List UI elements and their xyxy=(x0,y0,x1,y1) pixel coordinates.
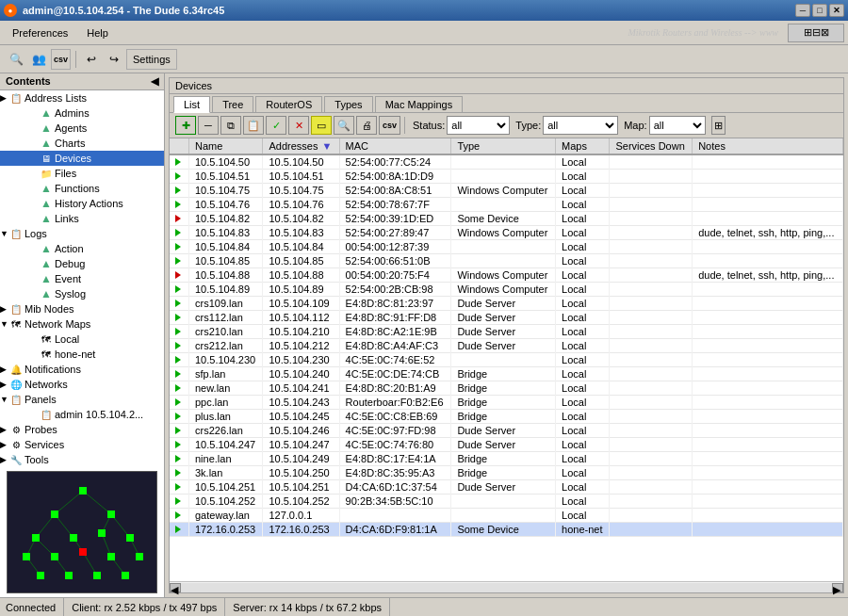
remove-button[interactable]: ─ xyxy=(198,116,219,135)
sidebar-item-admins[interactable]: ▲ Admins xyxy=(0,105,164,121)
sidebar-item-tools[interactable]: ▶ 🔧 Tools xyxy=(0,452,164,467)
devices-table-container[interactable]: Name Addresses▼ MAC Type Maps Services D… xyxy=(170,138,843,581)
add-button[interactable]: ✚ xyxy=(175,116,196,135)
sidebar-item-logs-debug[interactable]: ▲ Debug xyxy=(0,256,164,271)
sidebar-item-devices[interactable]: 🖥 Devices xyxy=(0,151,164,166)
map-thumbnail[interactable] xyxy=(7,471,157,593)
window-controls[interactable]: ─ □ ✕ xyxy=(795,4,844,17)
people-icon[interactable]: 👥 xyxy=(28,49,49,70)
table-row[interactable]: crs210.lan 10.5.104.210 E4:8D:8C:A2:1E:9… xyxy=(170,325,843,339)
table-row[interactable]: 10.5.104.50 10.5.104.50 52:54:00:77:C5:2… xyxy=(170,154,843,170)
sidebar-item-files[interactable]: 📁 Files xyxy=(0,166,164,181)
table-row[interactable]: 10.5.104.252 10.5.104.252 90:2B:34:5B:5C… xyxy=(170,494,843,509)
sidebar-item-logs[interactable]: ▼ 📋 Logs xyxy=(0,226,164,241)
sidebar-item-network-maps[interactable]: ▼ 🗺 Network Maps xyxy=(0,316,164,332)
search-button[interactable]: 🔍 xyxy=(334,116,354,135)
menu-preferences[interactable]: Preferences xyxy=(4,24,76,41)
sidebar-item-probes[interactable]: ▶ ⚙ Probes xyxy=(0,422,164,437)
sidebar-item-hone-net[interactable]: 🗺 hone-net xyxy=(0,347,164,362)
csv-export-button[interactable]: csv xyxy=(379,116,400,135)
col-services-down[interactable]: Services Down xyxy=(610,138,693,154)
table-row[interactable]: 10.5.104.251 10.5.104.251 D4:CA:6D:1C:37… xyxy=(170,480,843,494)
tab-list[interactable]: List xyxy=(173,96,210,113)
sidebar-item-links[interactable]: ▲ Links xyxy=(0,211,164,226)
scroll-left-button[interactable]: ◀ xyxy=(170,583,181,592)
table-row[interactable]: 3k.lan 10.5.104.250 E4:8D:8C:35:95:A3 Br… xyxy=(170,466,843,480)
sidebar-item-admin-panel[interactable]: 📋 admin 10.5.104.2... xyxy=(0,407,164,422)
table-row[interactable]: sfp.lan 10.5.104.240 4C:5E:0C:DE:74:CB B… xyxy=(170,367,843,381)
tab-tree[interactable]: Tree xyxy=(212,96,253,112)
sidebar-item-mib-nodes[interactable]: ▶ 📋 Mib Nodes xyxy=(0,301,164,316)
close-button[interactable]: ✕ xyxy=(829,4,844,17)
table-row[interactable]: 10.5.104.88 10.5.104.88 00:54:00:20:75:F… xyxy=(170,268,843,283)
sidebar-item-address-lists[interactable]: ▶ 📋 Address Lists xyxy=(0,90,164,105)
table-row[interactable]: 10.5.104.83 10.5.104.83 52:54:00:27:89:4… xyxy=(170,226,843,240)
print-button[interactable]: 🖨 xyxy=(356,116,377,135)
table-row[interactable]: 172.16.0.253 172.16.0.253 D4:CA:6D:F9:81… xyxy=(170,523,843,537)
table-row[interactable]: new.lan 10.5.104.241 E4:8D:8C:20:B1:A9 B… xyxy=(170,381,843,396)
col-addresses[interactable]: Addresses▼ xyxy=(263,138,339,154)
table-row[interactable]: ppc.lan 10.5.104.243 Routerboar:F0:B2:E6… xyxy=(170,396,843,410)
table-row[interactable]: 10.5.104.76 10.5.104.76 52:54:00:78:67:7… xyxy=(170,198,843,212)
back-icon[interactable]: 🔍 xyxy=(6,49,26,70)
cell-services-down xyxy=(610,297,693,311)
redo-icon[interactable]: ↪ xyxy=(104,49,124,70)
delete-button[interactable]: ✕ xyxy=(288,116,309,135)
table-row[interactable]: crs212.lan 10.5.104.212 E4:8D:8C:A4:AF:C… xyxy=(170,339,843,353)
table-row[interactable]: 10.5.104.85 10.5.104.85 52:54:00:66:51:0… xyxy=(170,254,843,268)
tab-mac-mappings[interactable]: Mac Mappings xyxy=(375,96,464,112)
status-select[interactable]: all up down unknown xyxy=(447,116,510,135)
table-row[interactable]: crs109.lan 10.5.104.109 E4:8D:8C:81:23:9… xyxy=(170,297,843,311)
table-row[interactable]: 10.5.104.84 10.5.104.84 00:54:00:12:87:3… xyxy=(170,240,843,254)
col-mac[interactable]: MAC xyxy=(339,138,451,154)
edit-button[interactable]: ▭ xyxy=(311,116,332,135)
scroll-right-button[interactable]: ▶ xyxy=(832,583,843,592)
toolbar-icons[interactable]: ⊞⊟⊠ xyxy=(788,24,844,42)
copy-button[interactable]: ⧉ xyxy=(220,116,241,135)
sidebar-item-functions[interactable]: ▲ Functions xyxy=(0,181,164,196)
table-row[interactable]: crs112.lan 10.5.104.112 E4:8D:8C:91:FF:D… xyxy=(170,311,843,325)
col-name[interactable]: Name xyxy=(189,138,263,154)
sidebar-item-charts[interactable]: ▲ Charts xyxy=(0,136,164,151)
sidebar-item-logs-syslog[interactable]: ▲ Syslog xyxy=(0,286,164,301)
menu-help[interactable]: Help xyxy=(78,24,117,41)
col-maps[interactable]: Maps xyxy=(556,138,610,154)
tab-routeros[interactable]: RouterOS xyxy=(255,96,322,112)
col-type[interactable]: Type xyxy=(451,138,556,154)
minimize-button[interactable]: ─ xyxy=(795,4,810,17)
settings-button[interactable]: Settings xyxy=(126,49,177,70)
sidebar-item-notifications[interactable]: ▶ 🔔 Notifications xyxy=(0,362,164,377)
table-row[interactable]: crs226.lan 10.5.104.246 4C:5E:0C:97:FD:9… xyxy=(170,424,843,438)
sidebar-item-history-actions[interactable]: ▲ History Actions xyxy=(0,196,164,211)
sidebar-item-logs-event[interactable]: ▲ Event xyxy=(0,271,164,286)
table-row[interactable]: nine.lan 10.5.104.249 E4:8D:8C:17:E4:1A … xyxy=(170,452,843,466)
type-select[interactable]: all xyxy=(543,116,618,135)
table-row[interactable]: 10.5.104.75 10.5.104.75 52:54:00:8A:C8:5… xyxy=(170,184,843,198)
table-row[interactable]: 10.5.104.51 10.5.104.51 52:54:00:8A:1D:D… xyxy=(170,170,843,184)
sidebar-item-local[interactable]: 🗺 Local xyxy=(0,332,164,347)
undo-icon[interactable]: ↩ xyxy=(81,49,102,70)
table-row[interactable]: 10.5.104.247 10.5.104.247 4C:5E:0C:74:76… xyxy=(170,438,843,452)
sidebar-item-services[interactable]: ▶ ⚙ Services xyxy=(0,437,164,452)
paste-button[interactable]: 📋 xyxy=(243,116,264,135)
sidebar-collapse-icon[interactable]: ◀ xyxy=(151,75,158,88)
table-row[interactable]: 10.5.104.82 10.5.104.82 52:54:00:39:1D:E… xyxy=(170,212,843,226)
check-button[interactable]: ✓ xyxy=(266,116,286,135)
cell-status xyxy=(170,212,189,226)
map-select[interactable]: all xyxy=(649,116,706,135)
csv-icon[interactable]: csv xyxy=(51,49,71,70)
table-row[interactable]: 10.5.104.230 10.5.104.230 4C:5E:0C:74:6E… xyxy=(170,353,843,367)
table-row[interactable]: 10.5.104.89 10.5.104.89 52:54:00:2B:CB:9… xyxy=(170,283,843,297)
maximize-button[interactable]: □ xyxy=(812,4,827,17)
table-row[interactable]: gateway.lan 127.0.0.1 Local xyxy=(170,509,843,523)
col-notes[interactable]: Notes xyxy=(693,138,843,154)
horizontal-scrollbar[interactable]: ◀ ▶ xyxy=(170,581,843,592)
sidebar-item-logs-action[interactable]: ▲ Action xyxy=(0,241,164,256)
table-row[interactable]: plus.lan 10.5.104.245 4C:5E:0C:C8:EB:69 … xyxy=(170,410,843,424)
sidebar-item-networks[interactable]: ▶ 🌐 Networks xyxy=(0,377,164,392)
cell-mac: D4:CA:6D:1C:37:54 xyxy=(339,480,451,494)
tab-types[interactable]: Types xyxy=(324,96,372,112)
sidebar-item-agents[interactable]: ▲ Agents xyxy=(0,121,164,136)
view-toggle-button[interactable]: ⊞ xyxy=(711,116,726,135)
sidebar-item-panels[interactable]: ▼ 📋 Panels xyxy=(0,392,164,407)
